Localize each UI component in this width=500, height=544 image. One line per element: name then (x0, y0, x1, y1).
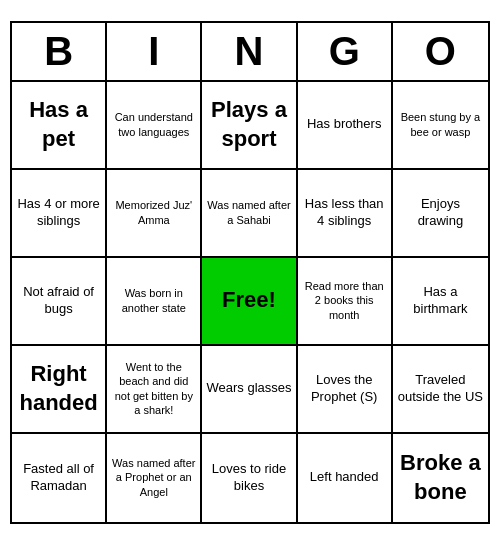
bingo-grid: Has a petCan understand two languagesPla… (12, 82, 488, 522)
bingo-cell-9[interactable]: Enjoys drawing (393, 170, 488, 258)
bingo-cell-8[interactable]: Has less than 4 siblings (298, 170, 393, 258)
bingo-cell-15[interactable]: Right handed (12, 346, 107, 434)
bingo-cell-19[interactable]: Traveled outside the US (393, 346, 488, 434)
bingo-letter-g: G (298, 23, 393, 80)
bingo-cell-0[interactable]: Has a pet (12, 82, 107, 170)
bingo-letter-i: I (107, 23, 202, 80)
bingo-letter-o: O (393, 23, 488, 80)
bingo-cell-14[interactable]: Has a birthmark (393, 258, 488, 346)
bingo-header: BINGO (12, 23, 488, 82)
bingo-cell-6[interactable]: Memorized Juz' Amma (107, 170, 202, 258)
bingo-cell-24[interactable]: Broke a bone (393, 434, 488, 522)
bingo-cell-20[interactable]: Fasted all of Ramadan (12, 434, 107, 522)
bingo-cell-7[interactable]: Was named after a Sahabi (202, 170, 297, 258)
bingo-cell-22[interactable]: Loves to ride bikes (202, 434, 297, 522)
bingo-letter-b: B (12, 23, 107, 80)
bingo-cell-16[interactable]: Went to the beach and did not get bitten… (107, 346, 202, 434)
bingo-cell-17[interactable]: Wears glasses (202, 346, 297, 434)
bingo-card: BINGO Has a petCan understand two langua… (10, 21, 490, 524)
bingo-cell-10[interactable]: Not afraid of bugs (12, 258, 107, 346)
bingo-cell-23[interactable]: Left handed (298, 434, 393, 522)
bingo-letter-n: N (202, 23, 297, 80)
bingo-cell-3[interactable]: Has brothers (298, 82, 393, 170)
bingo-cell-1[interactable]: Can understand two languages (107, 82, 202, 170)
bingo-cell-2[interactable]: Plays a sport (202, 82, 297, 170)
bingo-cell-4[interactable]: Been stung by a bee or wasp (393, 82, 488, 170)
bingo-cell-5[interactable]: Has 4 or more siblings (12, 170, 107, 258)
bingo-cell-12[interactable]: Free! (202, 258, 297, 346)
bingo-cell-13[interactable]: Read more than 2 books this month (298, 258, 393, 346)
bingo-cell-21[interactable]: Was named after a Prophet or an Angel (107, 434, 202, 522)
bingo-cell-18[interactable]: Loves the Prophet (S) (298, 346, 393, 434)
bingo-cell-11[interactable]: Was born in another state (107, 258, 202, 346)
